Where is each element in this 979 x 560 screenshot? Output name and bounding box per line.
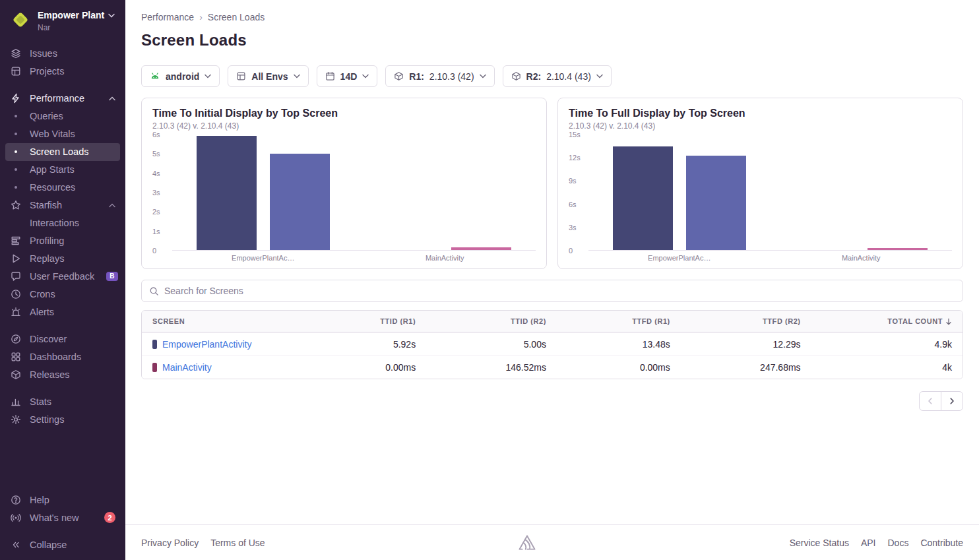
ttid-r1-value: 5.92s — [296, 333, 426, 356]
chevron-down-icon — [205, 74, 211, 78]
sidebar-item-whats-new[interactable]: What's new 2 — [5, 509, 120, 526]
screen-search-bar — [141, 280, 963, 302]
screen-link[interactable]: EmpowerPlantActivity — [162, 339, 251, 350]
sidebar-item-interactions[interactable]: Interactions — [5, 214, 120, 232]
screen-link[interactable]: MainActivity — [162, 362, 212, 373]
release2-filter-button[interactable]: R2: 2.10.4 (43) — [503, 65, 612, 87]
chart-title: Time To Initial Display by Top Screen — [152, 108, 536, 119]
breadcrumb-separator: › — [199, 12, 203, 22]
sidebar-item-label: Releases — [30, 369, 69, 380]
pagination-previous-button[interactable] — [919, 391, 941, 411]
privacy-policy-link[interactable]: Privacy Policy — [141, 538, 199, 548]
broadcast-icon — [10, 513, 22, 523]
sidebar-item-issues[interactable]: Issues — [5, 45, 120, 63]
environment-filter-button[interactable]: All Envs — [228, 65, 308, 87]
collapse-sidebar-button[interactable]: Collapse — [5, 536, 120, 553]
docs-link[interactable]: Docs — [888, 538, 909, 548]
releases-icon — [10, 369, 22, 380]
sidebar-item-discover[interactable]: Discover — [5, 330, 120, 348]
charts-row: Time To Initial Display by Top Screen 2.… — [141, 98, 963, 269]
column-header-ttfd-r2[interactable]: TTFD (R2) — [681, 311, 811, 332]
x-axis-label: EmpowerPlantAc… — [172, 254, 354, 262]
release2-prefix: R2: — [526, 71, 542, 82]
api-link[interactable]: API — [861, 538, 876, 548]
profiling-icon — [10, 235, 22, 246]
discover-icon — [10, 334, 22, 344]
plot-area — [588, 135, 952, 251]
user-feedback-icon — [10, 271, 22, 282]
column-header-ttfd-r1[interactable]: TTFD (R1) — [557, 311, 681, 332]
sidebar-item-releases[interactable]: Releases — [5, 366, 120, 384]
project-filter-button[interactable]: android — [141, 65, 220, 87]
x-axis-label: MainActivity — [771, 254, 953, 262]
release1-prefix: R1: — [409, 71, 424, 82]
screens-table: SCREEN TTID (R1) TTID (R2) TTFD (R1) TTF… — [141, 310, 963, 379]
date-range-filter-button[interactable]: 14D — [317, 65, 378, 87]
sidebar-item-resources[interactable]: Resources — [5, 179, 120, 197]
service-status-link[interactable]: Service Status — [790, 538, 849, 548]
org-switcher[interactable]: Empower Plant Nar — [0, 0, 125, 40]
bar-r2-2-10-4-43-[interactable] — [686, 156, 746, 250]
release1-value: 2.10.3 (42) — [429, 71, 474, 82]
column-header-ttid-r2[interactable]: TTID (R2) — [426, 311, 557, 332]
sidebar-item-performance[interactable]: Performance — [5, 90, 120, 108]
sidebar-item-label: Help — [30, 495, 49, 505]
sidebar-item-queries[interactable]: Queries — [5, 108, 120, 125]
sidebar-item-alerts[interactable]: Alerts — [5, 303, 120, 321]
x-axis: EmpowerPlantAc…MainActivity — [172, 254, 536, 262]
sidebar-item-replays[interactable]: Replays — [5, 250, 120, 268]
ttfd-chart-panel: Time To Full Display by Top Screen 2.10.… — [557, 98, 963, 269]
sidebar-footer: Help What's new 2 Collapse — [0, 491, 125, 560]
project-filter-label: android — [166, 71, 199, 82]
column-header-total-count[interactable]: TOTAL COUNT — [811, 311, 963, 332]
table-row[interactable]: MainActivity 0.00ms 146.52ms 0.00ms 247.… — [142, 356, 963, 379]
breadcrumb-performance[interactable]: Performance — [141, 12, 194, 22]
chart-subtitle: 2.10.3 (42) v. 2.10.4 (43) — [152, 121, 536, 131]
contribute-link[interactable]: Contribute — [920, 538, 963, 548]
bar-r1-2-10-3-42-[interactable] — [197, 136, 257, 250]
bar-r2-2-10-4-43-[interactable] — [270, 154, 330, 250]
bar-r2-2-10-4-43-[interactable] — [868, 248, 928, 250]
environment-filter-label: All Envs — [251, 71, 288, 82]
sidebar-item-label: Dashboards — [30, 352, 81, 362]
dashboards-icon — [10, 352, 22, 362]
sidebar-item-settings[interactable]: Settings — [5, 411, 120, 429]
nav-spacer — [5, 321, 120, 330]
date-range-label: 14D — [340, 71, 358, 82]
x-axis-label: EmpowerPlantAc… — [588, 254, 771, 262]
sidebar-item-app-starts[interactable]: App Starts — [5, 161, 120, 179]
sidebar-item-screen-loads[interactable]: Screen Loads — [5, 143, 120, 161]
sidebar-item-label: Collapse — [30, 540, 67, 550]
sidebar-item-help[interactable]: Help — [5, 491, 120, 509]
sidebar-item-crons[interactable]: Crons — [5, 286, 120, 303]
org-name: Empower Plant — [38, 10, 104, 22]
sidebar: Empower Plant Nar Issues Projects Perfor… — [0, 0, 125, 560]
pagination-next-button[interactable] — [941, 391, 963, 411]
sidebar-item-starfish[interactable]: Starfish — [5, 197, 120, 214]
bar-r2-2-10-4-43-[interactable] — [451, 247, 511, 250]
search-input[interactable] — [164, 286, 955, 296]
sidebar-item-label: Profiling — [30, 235, 64, 246]
column-header-screen[interactable]: SCREEN — [142, 311, 296, 332]
sidebar-item-stats[interactable]: Stats — [5, 393, 120, 411]
terms-of-use-link[interactable]: Terms of Use — [210, 538, 265, 548]
release2-value: 2.10.4 (43) — [546, 71, 591, 82]
bar-r1-2-10-3-42-[interactable] — [613, 146, 673, 250]
gear-icon — [10, 414, 22, 425]
x-axis-label: MainActivity — [354, 254, 536, 262]
sidebar-item-web-vitals[interactable]: Web Vitals — [5, 125, 120, 143]
table-row[interactable]: EmpowerPlantActivity 5.92s 5.00s 13.48s … — [142, 332, 963, 356]
sidebar-item-label: Crons — [30, 289, 55, 299]
sidebar-item-dashboards[interactable]: Dashboards — [5, 348, 120, 366]
total-count-value: 4.9k — [811, 333, 963, 356]
bullet-icon — [10, 150, 22, 153]
sidebar-item-profiling[interactable]: Profiling — [5, 232, 120, 250]
ttid-r1-value: 0.00ms — [296, 356, 426, 379]
ttid-r2-value: 146.52ms — [426, 356, 557, 379]
sidebar-item-label: Screen Loads — [30, 146, 88, 157]
sidebar-item-user-feedback[interactable]: User Feedback B — [5, 268, 120, 286]
release1-filter-button[interactable]: R1: 2.10.3 (42) — [385, 65, 494, 87]
column-header-ttid-r1[interactable]: TTID (R1) — [296, 311, 426, 332]
breadcrumb-screen-loads[interactable]: Screen Loads — [208, 12, 265, 22]
sidebar-item-projects[interactable]: Projects — [5, 63, 120, 80]
